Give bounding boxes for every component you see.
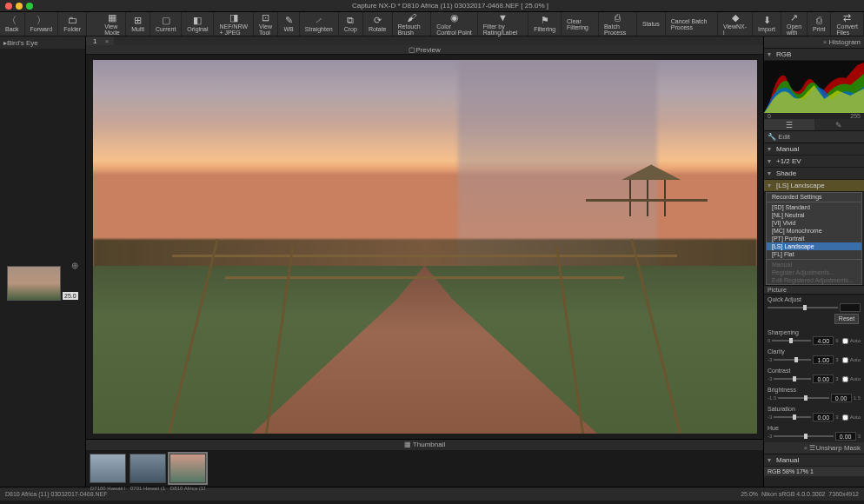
thumbnail-item[interactable]: D810 Africa (11) 0303 bbox=[169, 454, 206, 483]
unsharp-manual-row[interactable]: ▾Manual bbox=[764, 454, 864, 467]
clarity-auto[interactable]: Auto bbox=[842, 357, 861, 363]
multi-button[interactable]: ⊞Multi bbox=[126, 12, 150, 36]
contrast-auto[interactable]: Auto bbox=[842, 376, 861, 382]
forward-button[interactable]: 〉Forward bbox=[25, 12, 59, 36]
sharpening-section: Sharpening 04.009Auto bbox=[764, 328, 864, 347]
quick-adjust-slider[interactable] bbox=[768, 307, 838, 308]
dd-standard[interactable]: [SD] Standard bbox=[767, 203, 861, 211]
folder-button[interactable]: 🗀Folder bbox=[58, 12, 87, 36]
original-icon: ◧ bbox=[193, 16, 202, 25]
nefjpeg-button[interactable]: ◨NEF/NRW + JPEG bbox=[214, 12, 254, 36]
quick-adjust-value[interactable] bbox=[840, 303, 861, 312]
tab-list-icon[interactable]: ☰ bbox=[764, 119, 814, 130]
hue-value[interactable]: 0.00 bbox=[835, 432, 856, 441]
reset-button[interactable]: Reset bbox=[834, 314, 859, 324]
close-icon[interactable]: × bbox=[823, 38, 827, 46]
sharpening-auto[interactable]: Auto bbox=[842, 338, 861, 344]
dd-manual[interactable]: Manual bbox=[767, 261, 861, 269]
filtering-button[interactable]: ⚑Filtering bbox=[528, 12, 562, 36]
histogram-display bbox=[764, 61, 864, 113]
nefjpeg-icon: ◨ bbox=[229, 13, 238, 23]
rotate-icon: ⟳ bbox=[374, 16, 382, 25]
import-icon: ⬇ bbox=[763, 16, 771, 25]
dd-register[interactable]: Register Adjustments... bbox=[767, 269, 861, 276]
import-button[interactable]: ⬇Import bbox=[753, 12, 781, 36]
dd-landscape[interactable]: [LS] Landscape bbox=[767, 242, 861, 250]
edit-shade-row[interactable]: ▾Shade bbox=[764, 168, 864, 180]
main-area: ▸ Bird's Eye ⊕ 25.0 1× ▢ Preview ▦ Thumb… bbox=[0, 36, 864, 487]
rotate-button[interactable]: ⟳Rotate bbox=[363, 12, 393, 36]
clarity-slider[interactable] bbox=[774, 359, 811, 361]
hue-slider[interactable] bbox=[774, 435, 833, 437]
image-canvas[interactable] bbox=[86, 55, 763, 439]
dd-neutral[interactable]: [NL] Neutral bbox=[767, 211, 861, 219]
wb-button[interactable]: ✎WB bbox=[278, 12, 299, 36]
dd-vivid[interactable]: [VI] Vivid bbox=[767, 219, 861, 227]
dd-portrait[interactable]: [PT] Portrait bbox=[767, 235, 861, 242]
clarity-value[interactable]: 1.00 bbox=[813, 355, 834, 364]
retouch-button[interactable]: 🖌Retouch Brush bbox=[393, 12, 432, 36]
zoom-level[interactable]: 25.0 bbox=[63, 292, 78, 300]
sharpening-slider[interactable] bbox=[772, 340, 811, 342]
close-icon[interactable]: × bbox=[804, 444, 808, 452]
batch-button[interactable]: ⎙Batch Process bbox=[599, 12, 637, 36]
picture-control-dropdown: Recorded Settings [SD] Standard [NL] Neu… bbox=[766, 192, 862, 285]
center-column: 1× ▢ Preview ▦ Thumbnail D7100 Hawaii Hi… bbox=[86, 36, 763, 487]
saturation-slider[interactable] bbox=[774, 416, 811, 418]
openwith-button[interactable]: ↗Open with bbox=[781, 12, 808, 36]
dd-monochrome[interactable]: [MC] Monochrome bbox=[767, 227, 861, 235]
saturation-auto[interactable]: Auto bbox=[842, 414, 861, 421]
filter-icon: ▼ bbox=[498, 13, 508, 23]
viewmode-button[interactable]: ▦View Mode bbox=[99, 12, 126, 36]
maximize-icon[interactable] bbox=[26, 3, 33, 10]
cancelbatch-button[interactable]: Cancel Batch Process bbox=[666, 12, 718, 36]
filterby-button[interactable]: ▼Filter by Rating/Label bbox=[478, 12, 528, 36]
current-button[interactable]: ▢Current bbox=[150, 12, 182, 36]
back-button[interactable]: 〈Back bbox=[0, 12, 25, 36]
crop-button[interactable]: ⧉Crop bbox=[339, 12, 363, 36]
viewtool-button[interactable]: ⊡View Tool bbox=[254, 12, 278, 36]
zoom-in-icon[interactable]: ⊕ bbox=[71, 261, 78, 270]
unsharp-header[interactable]: × ☰ Unsharp Mask bbox=[764, 442, 864, 454]
histogram-mode[interactable]: ▾RGB bbox=[764, 49, 864, 61]
unsharp-value[interactable]: RGB 58% 17% 1 bbox=[764, 467, 864, 476]
dd-flat[interactable]: [FL] Flat bbox=[767, 250, 861, 258]
brightness-slider[interactable] bbox=[778, 397, 828, 399]
edit-ev-row[interactable]: ▾+1/2 EV bbox=[764, 156, 864, 168]
saturation-value[interactable]: 0.00 bbox=[813, 413, 834, 421]
thumbnail-item[interactable]: D7100 Hawaii Hike (271)5 bbox=[90, 454, 126, 483]
print-button[interactable]: ⎙Print bbox=[808, 12, 831, 36]
tab-edit-icon[interactable]: ✎ bbox=[814, 119, 865, 130]
original-button[interactable]: ◧Original bbox=[182, 12, 214, 36]
straighten-icon: ⟋ bbox=[314, 16, 323, 25]
contrast-value[interactable]: 0.00 bbox=[813, 375, 834, 383]
close-icon[interactable] bbox=[5, 3, 12, 10]
openwith-icon: ↗ bbox=[790, 13, 798, 23]
clearfilter-button[interactable]: Clear Filtering bbox=[562, 12, 599, 36]
close-tab-icon[interactable]: × bbox=[105, 37, 110, 45]
edit-manual-row[interactable]: ▾Manual bbox=[764, 143, 864, 156]
status-button[interactable]: Status bbox=[637, 12, 666, 36]
right-sidebar: × Histogram ▾RGB 0255 ☰ ✎ 🔧 Edit ▾Manual… bbox=[763, 36, 864, 487]
viewnx-button[interactable]: ◆ViewNX-i bbox=[718, 12, 753, 36]
colorctrl-button[interactable]: ◉Color Control Point bbox=[431, 12, 478, 36]
brightness-value[interactable]: 0.00 bbox=[831, 394, 852, 402]
thumbnail-item[interactable]: 0701 Hawaii (190) bbox=[130, 454, 166, 483]
straighten-button[interactable]: ⟋Straighten bbox=[300, 12, 339, 36]
batch-icon: ⎙ bbox=[615, 13, 621, 23]
birds-eye-header[interactable]: ▸ Bird's Eye bbox=[0, 36, 85, 49]
thumbnail-strip: ▦ Thumbnail D7100 Hawaii Hike (271)5 070… bbox=[86, 439, 763, 487]
dd-editreg[interactable]: Edit Registered Adjustments... bbox=[767, 276, 861, 284]
minimize-icon[interactable] bbox=[16, 3, 23, 10]
convert-button[interactable]: ⇄Convert Files bbox=[831, 12, 864, 36]
sharpening-value[interactable]: 4.00 bbox=[813, 336, 834, 345]
navigator-thumbnail[interactable] bbox=[7, 266, 61, 301]
toolbar: 〈Back 〉Forward 🗀Folder ▦View Mode ⊞Multi… bbox=[0, 12, 864, 36]
dd-recorded[interactable]: Recorded Settings bbox=[767, 193, 861, 201]
histogram-header[interactable]: × Histogram bbox=[764, 36, 864, 49]
wrench-icon: 🔧 bbox=[768, 133, 776, 141]
picture-control-row[interactable]: ▾[LS] Landscape bbox=[764, 180, 864, 192]
picture-label: Picture bbox=[764, 285, 864, 295]
contrast-slider[interactable] bbox=[774, 378, 811, 380]
tab-1[interactable]: 1× bbox=[86, 36, 114, 45]
